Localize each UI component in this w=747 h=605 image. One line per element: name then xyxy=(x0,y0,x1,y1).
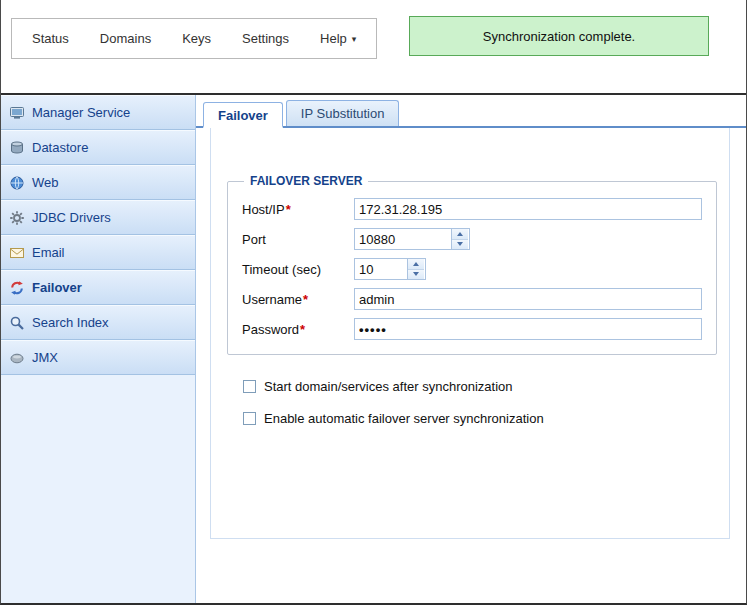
start-domain-checkbox-row[interactable]: Start domain/services after synchronizat… xyxy=(243,379,715,394)
sidebar-item-jmx[interactable]: JMX xyxy=(1,340,195,375)
sidebar-item-manager-service[interactable]: Manager Service xyxy=(1,95,195,130)
sidebar-item-failover[interactable]: Failover xyxy=(1,270,195,305)
jmx-icon xyxy=(9,350,25,366)
menu-status[interactable]: Status xyxy=(32,31,69,46)
envelope-icon xyxy=(9,245,25,261)
top-header: Status Domains Keys Settings Help ▾ Sync… xyxy=(1,0,746,95)
sidebar-item-jdbc-drivers[interactable]: JDBC Drivers xyxy=(1,200,195,235)
host-ip-label-text: Host/IP xyxy=(242,202,285,217)
auto-sync-checkbox-label: Enable automatic failover server synchro… xyxy=(264,411,544,426)
tab-ip-substitution[interactable]: IP Substitution xyxy=(286,100,400,126)
failover-server-fieldset: FAILOVER SERVER Host/IP* P xyxy=(227,174,717,355)
caret-down-icon: ▾ xyxy=(352,34,357,44)
body-row: Manager Service Datastore Web JDBC Drive… xyxy=(1,95,746,603)
menu-domains[interactable]: Domains xyxy=(100,31,151,46)
timeout-input[interactable] xyxy=(355,259,407,279)
menu-keys[interactable]: Keys xyxy=(182,31,211,46)
port-input[interactable] xyxy=(355,229,451,249)
required-asterisk: * xyxy=(286,202,291,217)
sidebar-item-web[interactable]: Web xyxy=(1,165,195,200)
sidebar-item-email[interactable]: Email xyxy=(1,235,195,270)
form-row-port: Port xyxy=(242,228,702,250)
menu-help-label: Help xyxy=(320,31,347,46)
port-spinfield xyxy=(354,228,470,250)
port-label: Port xyxy=(242,232,354,247)
gear-icon xyxy=(9,210,25,226)
spinner-down-button[interactable] xyxy=(452,240,468,250)
timeout-spinner xyxy=(407,259,424,279)
start-domain-checkbox[interactable] xyxy=(243,380,256,393)
host-ip-control xyxy=(354,198,702,220)
sync-complete-text: Synchronization complete. xyxy=(483,29,635,44)
app-window: Status Domains Keys Settings Help ▾ Sync… xyxy=(0,0,747,605)
chevron-down-icon xyxy=(413,272,419,276)
password-input[interactable] xyxy=(354,318,702,340)
sidebar-nav: Manager Service Datastore Web JDBC Drive… xyxy=(1,95,196,603)
host-ip-label: Host/IP* xyxy=(242,202,354,217)
main-menubar: Status Domains Keys Settings Help ▾ xyxy=(11,18,377,59)
host-ip-input[interactable] xyxy=(354,198,702,220)
menu-settings[interactable]: Settings xyxy=(242,31,289,46)
password-label: Password* xyxy=(242,322,354,337)
spinner-up-button[interactable] xyxy=(408,259,424,270)
username-label: Username* xyxy=(242,292,354,307)
manager-service-icon xyxy=(9,105,25,121)
chevron-up-icon xyxy=(413,262,419,266)
timeout-label: Timeout (sec) xyxy=(242,262,354,277)
sidebar-item-label: Failover xyxy=(32,280,82,295)
sync-complete-banner: Synchronization complete. xyxy=(409,16,709,56)
start-domain-checkbox-label: Start domain/services after synchronizat… xyxy=(264,379,513,394)
auto-sync-checkbox-row[interactable]: Enable automatic failover server synchro… xyxy=(243,411,715,426)
checkbox-group: Start domain/services after synchronizat… xyxy=(243,379,715,426)
sidebar-item-label: Manager Service xyxy=(32,105,130,120)
form-row-host: Host/IP* xyxy=(242,198,702,220)
password-label-text: Password xyxy=(242,322,299,337)
tab-strip: Failover IP Substitution xyxy=(196,100,746,128)
form-row-timeout: Timeout (sec) xyxy=(242,258,702,280)
tab-failover[interactable]: Failover xyxy=(203,102,283,128)
sidebar-item-search-index[interactable]: Search Index xyxy=(1,305,195,340)
tab-content-wrap: FAILOVER SERVER Host/IP* P xyxy=(196,128,746,603)
sidebar-item-label: Email xyxy=(32,245,65,260)
sidebar-item-label: Web xyxy=(32,175,59,190)
required-asterisk: * xyxy=(303,292,308,307)
required-asterisk: * xyxy=(300,322,305,337)
sidebar-item-label: JDBC Drivers xyxy=(32,210,111,225)
fieldset-legend: FAILOVER SERVER xyxy=(244,174,368,188)
globe-icon xyxy=(9,175,25,191)
spinner-down-button[interactable] xyxy=(408,270,424,280)
sidebar-item-label: JMX xyxy=(32,350,58,365)
menu-help[interactable]: Help ▾ xyxy=(320,31,356,46)
username-input[interactable] xyxy=(354,288,702,310)
password-control xyxy=(354,318,702,340)
failover-panel: FAILOVER SERVER Host/IP* P xyxy=(210,128,730,539)
port-spinner xyxy=(451,229,468,249)
form-row-username: Username* xyxy=(242,288,702,310)
username-label-text: Username xyxy=(242,292,302,307)
chevron-down-icon xyxy=(457,242,463,246)
failover-sync-icon xyxy=(9,280,25,296)
sidebar-item-datastore[interactable]: Datastore xyxy=(1,130,195,165)
username-control xyxy=(354,288,702,310)
chevron-up-icon xyxy=(457,232,463,236)
main-area: Failover IP Substitution FAILOVER SERVER… xyxy=(196,95,746,603)
auto-sync-checkbox[interactable] xyxy=(243,412,256,425)
timeout-spinfield xyxy=(354,258,426,280)
form-row-password: Password* xyxy=(242,318,702,340)
database-icon xyxy=(9,140,25,156)
magnifier-icon xyxy=(9,315,25,331)
spinner-up-button[interactable] xyxy=(452,229,468,240)
sidebar-item-label: Search Index xyxy=(32,315,109,330)
sidebar-item-label: Datastore xyxy=(32,140,88,155)
